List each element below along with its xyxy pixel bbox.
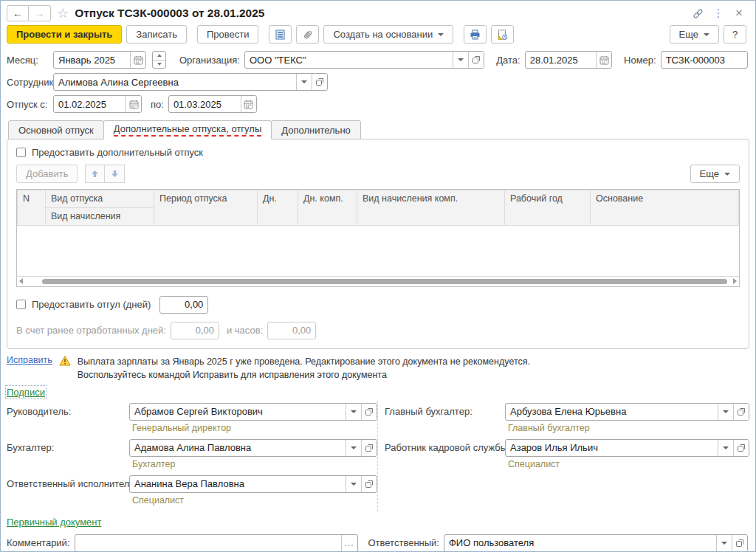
column-header-vacation-type[interactable]: Вид отпуска [46,190,154,208]
move-row-down-button[interactable] [105,165,125,183]
hr-officer-input[interactable] [506,440,718,456]
hr-officer-position: Специалист [508,459,749,469]
table-more-button[interactable]: Еще [690,165,740,183]
organization-dropdown-button[interactable] [453,52,468,68]
window-menu-button[interactable]: ⋮ [711,6,726,21]
favorite-star-icon[interactable]: ☆ [57,7,69,20]
tab-label: Дополнительно [281,125,351,136]
horizontal-scrollbar[interactable] [17,276,739,286]
manager-open-button[interactable] [361,404,377,420]
comment-input[interactable] [75,535,341,551]
accountant-dropdown-button[interactable] [346,440,361,456]
number-input[interactable] [662,52,747,68]
responsible-input[interactable] [444,535,716,551]
fix-document-link[interactable]: Исправить [7,355,52,365]
signature-row: Главный бухгалтер: [385,403,749,421]
post-button[interactable]: Провести [197,25,259,44]
signature-row: Руководитель: [7,403,377,421]
column-header-days[interactable]: Дн. [258,190,298,226]
responsible-executor-open-button[interactable] [361,476,377,492]
print-history-button[interactable] [491,25,514,44]
toolbar: Провести и закрыть Записать Провести Соз… [1,23,755,49]
warning-text: Выплата зарплаты за Январь 2025 г уже пр… [78,355,530,382]
chevron-down-icon [723,446,729,449]
accountant-input[interactable] [130,440,346,456]
forward-button[interactable]: → [29,5,51,21]
comment-label: Комментарий: [7,537,70,548]
close-button[interactable]: × [732,6,746,21]
copy-link-button[interactable] [690,6,705,21]
employee-open-button[interactable] [312,74,327,90]
column-subheader-accrual-type[interactable]: Вид начисления [46,208,154,226]
chief-accountant-dropdown-button[interactable] [718,404,733,420]
hr-officer-open-button[interactable] [733,440,749,456]
manager-dropdown-button[interactable] [346,404,361,420]
column-header-n[interactable]: N [18,190,46,226]
stepper-down-icon [153,60,165,69]
attachments-button[interactable] [296,25,319,44]
chief-accountant-open-button[interactable] [733,404,749,420]
organization-open-button[interactable] [468,52,484,68]
tab-label: Основной отпуск [18,125,94,136]
comment-expand-button[interactable]: ... [341,535,357,551]
time-off-days-field [159,296,208,314]
vacation-to-calendar-button[interactable] [241,96,256,112]
horizontal-scrollbar-thumb[interactable] [42,279,727,284]
tab-main-vacation[interactable]: Основной отпуск [8,120,104,139]
column-header-working-year[interactable]: Рабочий год [505,190,591,226]
time-off-row: Предоставить отгул (дней) [16,294,740,315]
document-movements-button[interactable] [269,25,292,44]
month-stepper[interactable] [152,51,166,69]
create-based-on-label: Создать на основании [333,29,433,40]
responsible-executor-dropdown-button[interactable] [346,476,361,492]
responsible-dropdown-button[interactable] [716,535,732,551]
column-header-basis[interactable]: Основание [591,190,739,226]
column-header-vacation-period[interactable]: Период отпуска [154,190,258,226]
additional-vacation-checkbox[interactable] [16,148,26,157]
responsible-label: Ответственный: [368,537,439,548]
vacation-from-input[interactable] [54,96,126,112]
employee-input[interactable] [54,74,296,90]
help-button[interactable]: ? [724,25,746,44]
month-calendar-button[interactable] [130,52,145,68]
post-and-close-button[interactable]: Провести и закрыть [7,25,122,44]
chevron-down-icon [438,33,444,36]
back-button[interactable]: ← [7,5,29,21]
tab-strip: Основной отпуск Дополнительные отпуска, … [1,120,755,139]
organization-input[interactable] [245,52,453,68]
responsible-executor-input[interactable] [130,476,346,492]
time-off-checkbox[interactable] [16,300,26,309]
primary-document-link[interactable]: Первичный документ [7,517,101,528]
empty-table-body[interactable] [18,226,739,276]
signatures-right-column: Главный бухгалтер: Главный бухгалтер Раб… [377,401,749,511]
more-button[interactable]: Еще [670,25,719,44]
save-button[interactable]: Записать [126,25,187,44]
chief-accountant-input[interactable] [506,404,718,420]
signature-row: Ответственный исполнитель: [7,475,377,493]
scroll-right-icon[interactable] [733,278,737,284]
earned-hours-label: и часов: [227,325,263,336]
move-row-up-button[interactable] [85,165,105,183]
accountant-open-button[interactable] [361,440,377,456]
time-off-days-input[interactable] [160,297,207,313]
create-based-on-button[interactable]: Создать на основании [323,25,453,44]
scroll-left-icon[interactable] [19,278,23,284]
manager-input[interactable] [130,404,346,420]
vacation-to-input[interactable] [169,96,241,112]
month-input[interactable] [54,52,130,68]
employee-dropdown-button[interactable] [296,74,312,90]
tab-additional[interactable]: Дополнительно [271,120,361,139]
column-header-comp-accrual-type[interactable]: Вид начисления комп. [357,190,505,226]
hr-officer-dropdown-button[interactable] [718,440,733,456]
column-header-comp-days[interactable]: Дн. комп. [298,190,357,226]
vacation-from-calendar-button[interactable] [126,96,141,112]
chief-accountant-position: Главный бухгалтер [508,423,749,433]
print-button[interactable] [464,25,487,44]
date-calendar-button[interactable] [596,52,611,68]
date-label: Дата: [496,55,520,66]
signatures-section-link[interactable]: Подписи [7,387,45,398]
add-row-button[interactable]: Добавить [16,165,78,183]
date-input[interactable] [526,52,596,68]
responsible-open-button[interactable] [732,535,747,551]
tab-additional-vacations[interactable]: Дополнительные отпуска, отгулы [103,120,272,139]
